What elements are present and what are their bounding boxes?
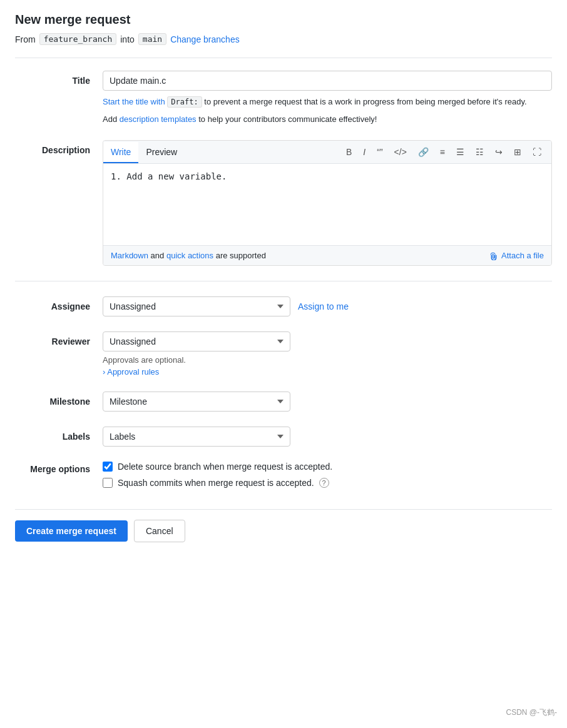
editor-content: 1. Add a new variable. (111, 171, 227, 181)
task-list-button[interactable]: ☷ (472, 144, 488, 159)
reviewer-dropdown[interactable]: Unassigned (103, 331, 290, 351)
approval-info: Approvals are optional. (103, 355, 552, 365)
fullscreen-button[interactable]: ⛶ (529, 144, 545, 159)
source-branch: feature_branch (39, 33, 117, 45)
branch-info: From feature_branch into main Change bra… (15, 33, 552, 45)
bullet-list-button[interactable]: ≡ (436, 144, 449, 159)
ordered-list-button[interactable]: ☰ (452, 144, 468, 159)
quick-actions-link[interactable]: quick actions (166, 251, 213, 260)
labels-section: Labels Labels (15, 427, 552, 447)
create-merge-request-button[interactable]: Create merge request (15, 520, 128, 542)
bold-button[interactable]: B (342, 144, 355, 159)
merge-option-1-label: Delete source branch when merge request … (118, 462, 332, 472)
target-branch: main (138, 33, 166, 45)
labels-dropdown[interactable]: Labels (103, 427, 290, 447)
reviewer-content: Unassigned Approvals are optional. › App… (103, 331, 552, 377)
hint-start: Start the title with (103, 97, 165, 106)
merge-option-2-label: Squash commits when merge request is acc… (118, 478, 314, 488)
into-label: into (120, 34, 135, 44)
tab-write[interactable]: Write (103, 142, 138, 163)
editor-toolbar-row: Write Preview B I “” </> 🔗 ≡ ☰ ☷ ↪ ⊞ ⛶ (103, 141, 551, 164)
cancel-button[interactable]: Cancel (134, 520, 185, 542)
reviewer-label: Reviewer (15, 331, 90, 346)
quote-button[interactable]: “” (373, 144, 386, 159)
labels-content: Labels (103, 427, 552, 447)
hint-add: Add (103, 114, 117, 124)
editor-body[interactable]: 1. Add a new variable. (103, 164, 551, 245)
merge-options-content: Delete source branch when merge request … (103, 462, 552, 494)
footer-and: and (151, 251, 165, 260)
description-editor: Write Preview B I “” </> 🔗 ≡ ☰ ☷ ↪ ⊞ ⛶ 1… (103, 140, 552, 266)
assignee-section: Assignee Unassigned Assign to me (15, 296, 552, 316)
change-branches-link[interactable]: Change branches (170, 34, 240, 44)
delete-branch-checkbox[interactable] (103, 462, 113, 472)
merge-options-section: Merge options Delete source branch when … (15, 462, 552, 494)
link-button[interactable]: 🔗 (414, 144, 432, 159)
milestone-label: Milestone (15, 392, 90, 407)
title-label: Title (15, 71, 90, 86)
milestone-section: Milestone Milestone (15, 392, 552, 412)
assignee-row: Unassigned Assign to me (103, 296, 552, 316)
assign-to-me-link[interactable]: Assign to me (298, 301, 349, 311)
assignee-label: Assignee (15, 296, 90, 311)
milestone-dropdown[interactable]: Milestone (103, 392, 290, 412)
title-content: Start the title with Draft: to prevent a… (103, 71, 552, 125)
help-icon[interactable]: ? (319, 478, 329, 488)
description-content: Write Preview B I “” </> 🔗 ≡ ☰ ☷ ↪ ⊞ ⛶ 1… (103, 140, 552, 266)
form-actions: Create merge request Cancel (15, 509, 552, 542)
footer-supported: are supported (216, 251, 266, 260)
title-hint: Start the title with Draft: to prevent a… (103, 96, 552, 108)
milestone-content: Milestone (103, 392, 552, 412)
hint-templates-suffix: to help your contributors communicate ef… (198, 114, 377, 124)
title-section: Title Start the title with Draft: to pre… (15, 71, 552, 125)
title-hint-2: Add description templates to help your c… (103, 113, 552, 126)
description-label: Description (15, 140, 90, 155)
labels-label: Labels (15, 427, 90, 442)
title-input[interactable] (103, 71, 552, 91)
italic-button[interactable]: I (359, 144, 369, 159)
merge-option-1-row: Delete source branch when merge request … (103, 462, 552, 472)
reference-button[interactable]: ↪ (491, 144, 506, 159)
markdown-link[interactable]: Markdown (111, 251, 148, 260)
attach-icon (489, 251, 498, 260)
approval-rules-link[interactable]: › Approval rules (103, 367, 552, 377)
header-divider (15, 58, 552, 58)
assignee-content: Unassigned Assign to me (103, 296, 552, 316)
page-title: New merge request (15, 13, 552, 27)
description-templates-link[interactable]: description templates (120, 114, 197, 124)
section-divider-1 (15, 281, 552, 281)
footer-left: Markdown and quick actions are supported (111, 251, 266, 260)
tab-preview[interactable]: Preview (138, 142, 185, 163)
merge-options-label: Merge options (15, 462, 90, 474)
draft-badge: Draft: (167, 96, 202, 108)
assignee-dropdown[interactable]: Unassigned (103, 296, 290, 316)
squash-commits-checkbox[interactable] (103, 478, 113, 488)
table-button[interactable]: ⊞ (510, 144, 525, 159)
reviewer-section: Reviewer Unassigned Approvals are option… (15, 331, 552, 377)
attach-file-label: Attach a file (501, 251, 544, 260)
from-label: From (15, 34, 36, 44)
merge-option-2-row: Squash commits when merge request is acc… (103, 478, 552, 488)
hint-suffix: to prevent a merge request that is a wor… (204, 97, 526, 106)
editor-footer: Markdown and quick actions are supported… (103, 245, 551, 265)
description-section: Description Write Preview B I “” </> 🔗 ≡… (15, 140, 552, 266)
editor-toolbar: B I “” </> 🔗 ≡ ☰ ☷ ↪ ⊞ ⛶ (336, 141, 551, 163)
attach-file-button[interactable]: Attach a file (489, 251, 544, 260)
code-button[interactable]: </> (391, 144, 411, 159)
